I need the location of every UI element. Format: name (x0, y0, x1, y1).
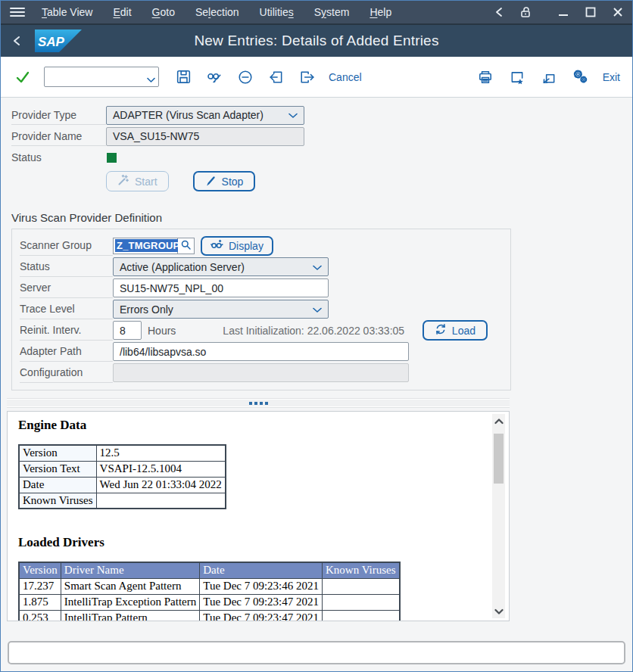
hamburger-menu-icon[interactable] (10, 8, 25, 17)
engine-data-title: Engine Data (18, 418, 498, 433)
display-change-icon[interactable] (204, 67, 224, 87)
adapter-path-field[interactable] (113, 342, 409, 361)
collapse-chevron-icon[interactable] (494, 6, 504, 18)
configuration-row: Configuration (20, 362, 510, 383)
trace-level-row: Trace Level Errors Only (20, 299, 510, 319)
page-title: New Entries: Details of Added Entries (194, 33, 438, 49)
sap-gui-window: Table View Edit Goto Selection Utilities… (0, 0, 633, 672)
menu-edit[interactable]: Edit (113, 6, 131, 18)
refresh-icon (435, 323, 447, 338)
provider-type-select[interactable]: ADAPTER (Virus Scan Adapter) (106, 106, 304, 125)
status-label: Status (11, 148, 106, 167)
start-button[interactable]: Start (106, 171, 169, 191)
load-button[interactable]: Load (423, 320, 488, 341)
pencil-icon (205, 175, 217, 188)
new-session-icon[interactable] (507, 67, 527, 87)
stop-button[interactable]: Stop (193, 171, 256, 191)
scroll-down-icon[interactable] (494, 605, 504, 618)
command-field (44, 67, 159, 87)
table-row: Known Viruses (19, 493, 226, 509)
configuration-label: Configuration (20, 362, 113, 383)
table-row: 1.875IntelliTrap Exception PatternTue De… (19, 594, 400, 610)
back-icon[interactable] (11, 34, 21, 48)
provider-name-field[interactable]: VSA_SU15-NW75 (106, 127, 304, 146)
reinit-row: Reinit. Interv. Hours Last Initializatio… (20, 320, 510, 341)
configuration-field (113, 363, 409, 382)
enter-check-icon[interactable] (13, 67, 33, 87)
cancel-button[interactable]: Cancel (329, 71, 362, 83)
title-bar: SAP New Entries: Details of Added Entrie… (1, 25, 632, 57)
def-status-select[interactable]: Active (Application Server) (113, 257, 329, 276)
menu-goto[interactable]: Goto (152, 6, 175, 18)
menu-utilities[interactable]: Utilities (260, 6, 294, 18)
exit-button[interactable]: Exit (603, 71, 620, 83)
exit-page-icon[interactable] (298, 67, 317, 87)
scanner-group-row: Scanner Group Z_TMGROUP Display (20, 235, 510, 256)
settings-gears-icon[interactable] (571, 67, 591, 87)
adapter-path-label: Adapter Path (20, 341, 113, 362)
create-shortcut-icon[interactable] (539, 67, 559, 87)
reinit-field[interactable] (113, 321, 142, 340)
print-icon[interactable] (476, 67, 495, 87)
provider-name-label: Provider Name (11, 126, 106, 146)
status-green-indicator (107, 153, 117, 163)
status-bar (1, 636, 632, 671)
provider-name-row: Provider Name VSA_SU15-NW75 (11, 126, 622, 146)
provider-type-row: Provider Type ADAPTER (Virus Scan Adapte… (11, 105, 622, 125)
menu-help[interactable]: Help (370, 6, 391, 18)
loaded-drivers-table: Version Driver Name Date Known Viruses 1… (18, 562, 401, 621)
server-field[interactable] (113, 278, 329, 297)
maximize-icon[interactable] (585, 7, 596, 17)
menu-system[interactable]: System (314, 6, 350, 18)
engine-data-table: Version12.5 Version TextVSAPI-12.5.1004 … (18, 444, 226, 509)
status-message-field[interactable] (8, 641, 625, 664)
vertical-scrollbar[interactable] (492, 414, 505, 618)
magic-wand-icon (117, 174, 129, 188)
sap-logo: SAP (35, 30, 82, 52)
close-icon[interactable] (613, 7, 623, 17)
chevron-down-icon (288, 109, 298, 121)
scrollbar-track[interactable] (492, 428, 505, 605)
chevron-down-icon (313, 303, 322, 316)
svg-text:SAP: SAP (38, 35, 65, 49)
def-status-row: Status Active (Application Server) (20, 257, 510, 277)
start-stop-buttons: Start Stop (106, 171, 622, 191)
section-title: Virus Scan Provider Definition (11, 211, 622, 224)
screen-body: Provider Type ADAPTER (Virus Scan Adapte… (1, 98, 632, 636)
server-input[interactable] (120, 282, 322, 294)
scanner-group-field[interactable]: Z_TMGROUP (113, 238, 178, 254)
reinit-input[interactable] (120, 325, 135, 337)
command-input[interactable] (44, 67, 159, 87)
no-icon[interactable] (235, 67, 255, 87)
trace-level-label: Trace Level (20, 299, 113, 319)
save-icon[interactable] (173, 67, 193, 87)
scanner-group-label: Scanner Group (20, 235, 113, 256)
table-row: 17.237Smart Scan Agent PatternTue Dec 7 … (19, 578, 400, 594)
def-status-label: Status (20, 257, 113, 277)
glasses-icon (210, 239, 223, 253)
back-page-icon[interactable] (267, 67, 286, 87)
adapter-path-input[interactable] (120, 346, 402, 358)
last-initialization-text: Last Initialization: 22.06.2022 03:33:05 (223, 325, 404, 337)
table-row: 0.253IntelliTrap PatternTue Dec 7 09:23:… (19, 610, 400, 621)
server-row: Server (20, 278, 510, 298)
reinit-label: Reinit. Interv. (20, 320, 113, 341)
table-row: Version TextVSAPI-12.5.1004 (19, 461, 226, 477)
provider-type-label: Provider Type (11, 105, 106, 125)
server-label: Server (20, 278, 113, 298)
minimize-icon[interactable] (558, 7, 569, 17)
scrollbar-thumb[interactable] (494, 434, 504, 484)
trace-level-select[interactable]: Errors Only (113, 300, 329, 319)
adapter-path-row: Adapter Path (20, 341, 510, 362)
provider-definition-groupbox: Scanner Group Z_TMGROUP Display Status A… (11, 229, 511, 390)
menu-bar: Table View Edit Goto Selection Utilities… (1, 1, 632, 25)
lock-open-icon[interactable] (519, 5, 532, 19)
focus-frame: Z_TMGROUP (111, 235, 197, 257)
display-button[interactable]: Display (201, 236, 273, 256)
hours-label: Hours (148, 325, 176, 337)
scroll-up-icon[interactable] (494, 414, 504, 428)
splitter-handle[interactable] (7, 398, 510, 408)
table-row: Version12.5 (19, 445, 226, 461)
menu-table-view[interactable]: Table View (42, 6, 92, 18)
menu-selection[interactable]: Selection (195, 6, 239, 18)
